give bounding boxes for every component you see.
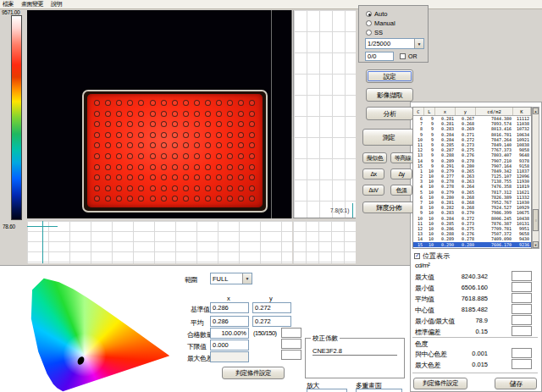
max-color-diff-label: 最大色差 (187, 354, 213, 363)
radio-auto[interactable]: Auto (366, 10, 387, 18)
delta-y-button[interactable]: Δy (390, 168, 412, 179)
radio-manual-icon[interactable] (366, 20, 372, 26)
measure-point-icon (172, 174, 178, 180)
reference-x-field[interactable]: 0.286 (210, 302, 249, 313)
reference-x-value: 0.286 (213, 304, 229, 312)
measure-point-icon (194, 142, 200, 148)
measure-point-icon (194, 174, 200, 180)
analyze-button[interactable]: 分析 (366, 107, 413, 120)
menu-help[interactable]: 說明 (51, 0, 62, 8)
average-x-field[interactable]: 0.286 (210, 316, 249, 327)
position-display-label: 位置表示 (423, 251, 450, 261)
judge-condition-setting-button[interactable]: 判定條件設定 (413, 378, 467, 389)
judge-indicator-box (281, 339, 301, 349)
measure-point-icon (150, 153, 156, 159)
measure-point-icon (216, 100, 222, 106)
menu-file[interactable]: 檔案 (3, 0, 14, 8)
position-display-checkbox[interactable] (414, 253, 420, 259)
table-row[interactable]: 15100.2900.2807606.1709236 (413, 242, 531, 247)
or-checkbox-row[interactable]: OR (400, 53, 418, 59)
reference-y-field[interactable]: 0.272 (252, 302, 291, 313)
nd-field[interactable]: 0/0 (365, 52, 394, 61)
menubar: 檔案 畫面變更 說明 (0, 0, 542, 9)
chevron-down-icon[interactable]: ▼ (242, 273, 252, 284)
menu-screen-change[interactable]: 畫面變更 (21, 0, 43, 8)
measure-point-icon (116, 132, 122, 138)
measure-point-icon (138, 111, 144, 117)
measure-point-icon (138, 142, 144, 148)
average-y-field[interactable]: 0.272 (252, 316, 291, 327)
delta-x-button[interactable]: Δx (362, 168, 384, 179)
measure-point-icon (183, 132, 189, 138)
table-cell: 7606.170 (476, 242, 513, 247)
measurement-table-body[interactable]: 690.2810.2677844.38011112790.2810.268789… (413, 116, 531, 248)
capture-button[interactable]: 影像擷取 (366, 88, 413, 102)
nd-value: 0/0 (368, 52, 376, 60)
radio-manual[interactable]: Manual (366, 19, 395, 27)
measure-point-icon (227, 153, 233, 159)
measurement-image-canvas[interactable] (27, 10, 292, 218)
judge-indicator-box (281, 328, 301, 338)
or-label: OR (408, 53, 418, 59)
radio-auto-icon[interactable] (366, 11, 372, 17)
measure-point-icon (194, 132, 200, 138)
measure-point-icon (227, 111, 233, 117)
shutter-speed-select[interactable]: 1/25000 ▼ (365, 38, 424, 49)
measure-point-icon (216, 164, 222, 170)
measure-point-icon (94, 111, 100, 117)
scroll-down-icon[interactable]: ▼ (533, 241, 539, 248)
delta-uv-button[interactable]: Δu'v' (362, 185, 384, 196)
measure-point-icon (216, 132, 222, 138)
calibration-value[interactable]: CNE3F2.8 (312, 347, 397, 356)
lower-limit-field[interactable]: 0.000 (210, 340, 249, 351)
radio-ss-icon[interactable] (366, 30, 372, 36)
zoom-field[interactable] (307, 389, 347, 392)
table-scrollbar[interactable]: ▲ ≡ ▼ (532, 107, 539, 249)
or-checkbox[interactable] (400, 53, 406, 59)
cie-chromaticity-diagram[interactable] (30, 269, 182, 392)
reference-y-value: 0.272 (255, 304, 271, 312)
scrollbar-thumb[interactable]: ≡ (533, 209, 539, 231)
vertical-profile-plot[interactable] (293, 10, 356, 218)
color-temp-button[interactable]: 色溫 (390, 185, 412, 196)
chevron-down-icon[interactable]: ▼ (414, 39, 423, 48)
pseudo-color-button[interactable]: 擬似色 (362, 152, 387, 163)
measure-point-icon (249, 121, 255, 127)
measure-point-icon (172, 164, 178, 170)
radio-ss[interactable]: SS (366, 29, 383, 36)
measure-point-icon (183, 174, 189, 180)
measure-point-icon (216, 121, 222, 127)
horizontal-profile-plot[interactable] (27, 221, 292, 263)
measure-point-icon (127, 100, 133, 106)
measure-point-icon (227, 164, 233, 170)
multi-screen-field[interactable] (356, 389, 402, 392)
measure-point-icon (205, 185, 211, 191)
judge-condition-setting-button[interactable]: 判定條件設定 (222, 367, 285, 379)
measure-point-icon (138, 121, 144, 127)
measured-display-panel[interactable] (87, 94, 263, 207)
measure-point-icon (150, 196, 156, 202)
measure-button[interactable]: 測定 (362, 129, 415, 146)
measure-point-icon (172, 153, 178, 159)
setting-button[interactable]: 設定 (366, 69, 413, 83)
contour-button[interactable]: 等高線 (390, 152, 415, 163)
luminance-distribution-button[interactable]: 輝度分佈 (362, 202, 415, 213)
range-select[interactable]: FULL ▼ (210, 273, 252, 284)
scroll-up-icon[interactable]: ▲ (533, 108, 539, 114)
measure-point-icon (138, 100, 144, 106)
measure-point-icon (238, 132, 244, 138)
save-button[interactable]: 儲存 (495, 378, 537, 389)
position-display-row[interactable]: 位置表示 (414, 251, 450, 261)
max-color-diff-field[interactable] (210, 351, 249, 362)
table-header: C L x y cd/m2 K (413, 108, 531, 116)
col-header-y: y (456, 108, 476, 115)
col-x-label: x (227, 295, 230, 302)
measure-point-icon (216, 111, 222, 117)
measure-point-icon (127, 196, 133, 202)
measure-point-icon (249, 142, 255, 148)
pass-rate-field[interactable]: 100.00% (210, 328, 249, 339)
measure-point-icon (238, 100, 244, 106)
measurement-table[interactable]: C L x y cd/m2 K 690.2810.2677844.3801111… (412, 107, 532, 249)
col-header-c: C (413, 108, 424, 115)
pseudo-color-scale (11, 15, 22, 220)
